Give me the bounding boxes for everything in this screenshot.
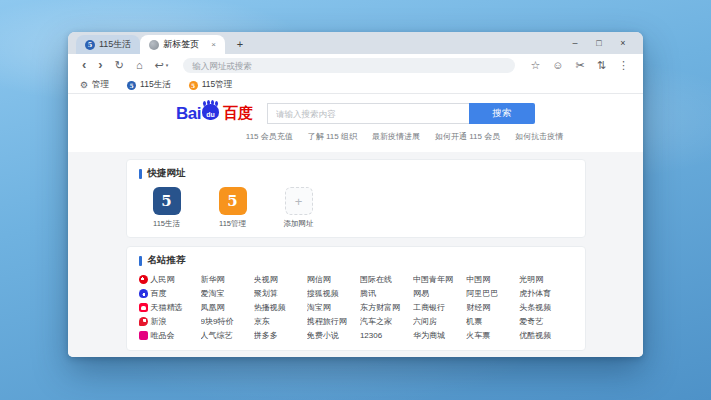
site-link[interactable]: 淘宝网	[307, 302, 360, 313]
bookmark-label: 管理	[92, 79, 109, 91]
baidu-search-button[interactable]: 搜索	[469, 103, 535, 124]
forward-icon[interactable]: ›	[93, 58, 107, 73]
bookmark-item[interactable]: 5115生活	[127, 79, 171, 91]
tmall-icon	[139, 303, 148, 312]
site-link[interactable]: 汽车之家	[360, 316, 413, 327]
site-link[interactable]: 优酷视频	[519, 330, 572, 341]
site-link[interactable]: 新浪	[139, 316, 201, 327]
site-link[interactable]: 阿里巴巴	[466, 288, 519, 299]
site-link[interactable]: 财经网	[466, 302, 519, 313]
menu-dots-icon[interactable]: ⋮	[613, 58, 634, 73]
tab-close-icon[interactable]: ×	[211, 41, 216, 49]
plus-icon: +	[285, 187, 313, 215]
famous-sites-grid: 人民网新华网央视网网信网国际在线中国青年网中国网光明网百度爱淘宝聚划算搜狐视频腾…	[139, 272, 573, 342]
hot-link[interactable]: 115 会员充值	[246, 131, 293, 142]
site-link[interactable]: 百度	[139, 288, 201, 299]
site-link[interactable]: 携程旅行网	[307, 316, 360, 327]
page-content: Bai du 百度 搜索 115 会员充值了解 115 组织最新疫情进展如何开通…	[68, 94, 643, 357]
feedback-face-icon[interactable]: ☺	[547, 58, 568, 73]
bookmark-item[interactable]: 5115管理	[189, 79, 233, 91]
site-link[interactable]: 聚划算	[254, 288, 307, 299]
site-link[interactable]: 爱淘宝	[201, 288, 254, 299]
famous-sites-row: 新浪9块9特价京东携程旅行网汽车之家六间房机票爱奇艺	[139, 314, 573, 328]
close-button[interactable]: ×	[611, 34, 635, 52]
tab-new-tab-page[interactable]: 新标签页 ×	[140, 35, 225, 54]
hot-link[interactable]: 如何抗击疫情	[515, 131, 563, 142]
address-input[interactable]	[192, 61, 506, 71]
site-link[interactable]: 免费小说	[307, 330, 360, 341]
hot-link[interactable]: 了解 115 组织	[308, 131, 357, 142]
hot-link[interactable]: 最新疫情进展	[372, 131, 420, 142]
site-link[interactable]: 机票	[466, 316, 519, 327]
site-link[interactable]: 中国青年网	[413, 274, 466, 285]
maximize-button[interactable]: □	[587, 34, 611, 52]
site-link[interactable]: 凤凰网	[201, 302, 254, 313]
quick-site-tile[interactable]: 5115生活	[145, 187, 189, 229]
quick-sites-card: 快捷网址 5115生活5115管理+添加网址	[126, 159, 586, 238]
window-controls: – □ ×	[563, 34, 635, 52]
site-link[interactable]: 京东	[254, 316, 307, 327]
home-icon[interactable]: ⌂	[131, 58, 148, 73]
site-link[interactable]: 六间房	[413, 316, 466, 327]
site-link[interactable]: 人民网	[139, 274, 201, 285]
famous-sites-row: 人民网新华网央视网网信网国际在线中国青年网中国网光明网	[139, 272, 573, 286]
site-link[interactable]: 工商银行	[413, 302, 466, 313]
famous-sites-title: 名站推荐	[148, 254, 186, 267]
site-link[interactable]: 搜狐视频	[307, 288, 360, 299]
tab-115-life[interactable]: 5 115生活	[76, 35, 140, 54]
site-link[interactable]: 12306	[360, 331, 413, 340]
site-link[interactable]: 网易	[413, 288, 466, 299]
add-site-button[interactable]: +添加网址	[277, 187, 321, 229]
site-link[interactable]: 9块9特价	[201, 316, 254, 327]
quick-site-label: 添加网址	[284, 219, 314, 229]
minimize-button[interactable]: –	[563, 34, 587, 52]
site-link[interactable]: 中国网	[466, 274, 519, 285]
site-link[interactable]: 头条视频	[519, 302, 572, 313]
traffic-updown-icon[interactable]: ⇅	[592, 58, 611, 73]
bookmarks-bar: ⚙管理5115生活5115管理	[68, 77, 643, 94]
screenshot-scissors-icon[interactable]: ✂	[571, 58, 590, 73]
famous-sites-row: 百度爱淘宝聚划算搜狐视频腾讯网易阿里巴巴虎扑体育	[139, 286, 573, 300]
bookmark-label: 115生活	[140, 79, 171, 91]
site-link[interactable]: 东方财富网	[360, 302, 413, 313]
site-link[interactable]: 热播视频	[254, 302, 307, 313]
baidu-logo-bai: Bai	[176, 104, 201, 124]
vipshop-icon	[139, 331, 148, 340]
tab-label: 115生活	[99, 38, 131, 51]
site-link[interactable]: 人气综艺	[201, 330, 254, 341]
baidu-paw-icon: du	[202, 104, 219, 120]
dropdown-caret-icon: ▾	[166, 63, 169, 68]
site-link[interactable]: 新华网	[201, 274, 254, 285]
back-icon[interactable]: ‹	[77, 58, 91, 73]
site-badge-icon: 5	[127, 81, 136, 90]
recently-closed-icon[interactable]: ↩▾	[150, 58, 174, 73]
site-link[interactable]: 爱奇艺	[519, 316, 572, 327]
reload-icon[interactable]: ↻	[110, 58, 129, 73]
section-accent-bar	[139, 169, 142, 179]
hot-link[interactable]: 如何开通 115 会员	[435, 131, 500, 142]
tab-strip: 5 115生活 新标签页 × + – □ ×	[68, 32, 643, 54]
site-link[interactable]: 拼多多	[254, 330, 307, 341]
new-tab-button[interactable]: +	[232, 36, 248, 52]
site-tile-icon: 5	[219, 187, 247, 215]
bookmark-item[interactable]: ⚙管理	[80, 79, 109, 91]
site-link[interactable]: 腾讯	[360, 288, 413, 299]
site-link[interactable]: 光明网	[519, 274, 572, 285]
site-link[interactable]: 唯品会	[139, 330, 201, 341]
quick-site-tile[interactable]: 5115管理	[211, 187, 255, 229]
site-link[interactable]: 华为商城	[413, 330, 466, 341]
bookmark-star-icon[interactable]: ☆	[525, 58, 545, 73]
baidu-search-input[interactable]	[267, 103, 469, 124]
renmin-icon	[139, 275, 148, 284]
quick-sites-row: 5115生活5115管理+添加网址	[145, 187, 573, 229]
baidu-logo-cn: 百度	[223, 104, 253, 123]
site-link[interactable]: 火车票	[466, 330, 519, 341]
site-link[interactable]: 网信网	[307, 274, 360, 285]
site-link[interactable]: 天猫精选	[139, 302, 201, 313]
site-link[interactable]: 央视网	[254, 274, 307, 285]
site-link[interactable]: 国际在线	[360, 274, 413, 285]
address-bar[interactable]	[183, 58, 515, 73]
quick-site-label: 115管理	[219, 219, 246, 229]
site-link[interactable]: 虎扑体育	[519, 288, 572, 299]
browser-window: 5 115生活 新标签页 × + – □ × ‹›↻⌂↩▾ ☆☺✂⇅⋮ ⚙管理5…	[68, 32, 643, 357]
